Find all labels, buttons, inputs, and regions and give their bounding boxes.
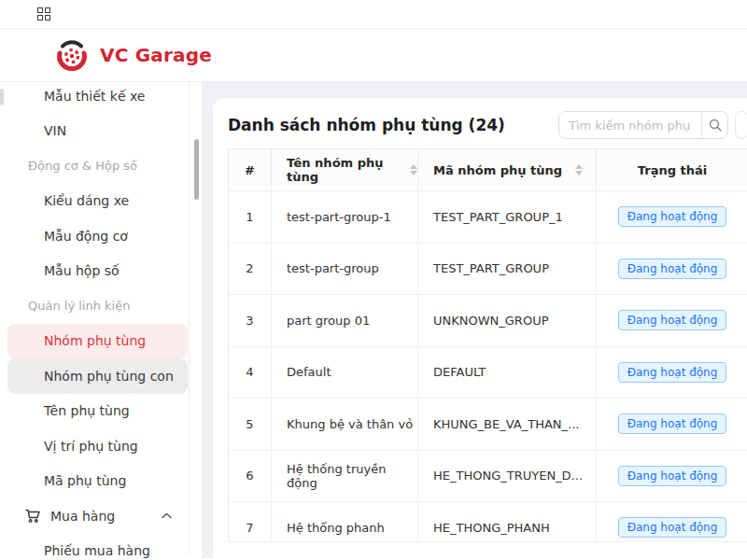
status-badge: Đang hoạt động <box>618 517 727 538</box>
page-title: Danh sách nhóm phụ tùng (24) <box>228 116 505 134</box>
chevron-up-icon <box>162 512 172 519</box>
table-row[interactable]: 4 Default DEFAULT Đang hoạt động <box>229 347 747 399</box>
search-box <box>558 111 728 139</box>
sidebar-scrollbar-thumb[interactable] <box>194 139 199 200</box>
status-badge: Đang hoạt động <box>618 206 727 227</box>
sidebar-group-label: Mua hàng <box>50 509 115 524</box>
search-icon <box>709 119 722 132</box>
sidebar-item-vi-tri-phu-tung[interactable]: Vị trí phụ tùng <box>0 428 189 464</box>
column-header-code[interactable]: Mã nhóm phụ tùng <box>418 149 597 190</box>
sidebar-item-kieu-dang-xe[interactable]: Kiểu dáng xe <box>0 184 189 219</box>
status-badge: Đang hoạt động <box>618 466 727 486</box>
table-row[interactable]: 1 test-part-group-1 TEST_PART_GROUP_1 Đa… <box>229 191 747 244</box>
top-bar <box>0 0 747 29</box>
table-row[interactable]: 6 Hệ thống truyền động HE_THONG_TRUYEN_D… <box>229 451 747 503</box>
sidebar-group-mua-hang[interactable]: Mua hàng <box>0 498 189 534</box>
sidebar-item-nhom-phu-tung-con[interactable]: Nhóm phụ tùng con <box>7 358 188 394</box>
status-badge: Đang hoạt động <box>618 362 727 383</box>
sidebar-item-nhom-phu-tung[interactable]: Nhóm phụ tùng <box>7 324 188 359</box>
column-header-name[interactable]: Tên nhóm phụ tùng <box>272 149 418 190</box>
part-group-table: # Tên nhóm phụ tùng Mã nhóm phụ tùng Trạ… <box>228 148 747 542</box>
sidebar-item-ma-phu-tung[interactable]: Mã phụ tùng <box>0 464 189 499</box>
sidebar-menu: Mẫu thiết kế xe VIN Động cơ & Hộp số Kiể… <box>0 82 190 554</box>
sidebar-item-mau-hop-so[interactable]: Mẫu hộp số <box>0 254 189 289</box>
column-header-index: # <box>229 149 272 190</box>
app-header: VC Garage <box>0 29 747 82</box>
search-button[interactable] <box>701 112 727 138</box>
sidebar: Mẫu thiết kế xe VIN Động cơ & Hộp số Kiể… <box>0 82 202 558</box>
sort-icon[interactable] <box>575 164 583 175</box>
sidebar-item-ten-phu-tung[interactable]: Tên phụ tùng <box>0 394 189 429</box>
status-badge: Đang hoạt động <box>618 310 727 330</box>
sidebar-section-dong-co-hop-so: Động cơ & Hộp số <box>0 148 189 184</box>
brand-logo-icon <box>54 37 90 73</box>
apps-grid-icon[interactable] <box>37 7 50 21</box>
sidebar-item-phieu-mua-hang[interactable]: Phiếu mua hàng <box>0 534 189 559</box>
main-content: Danh sách nhóm phụ tùng (24) <box>202 82 747 558</box>
table-row[interactable]: 5 Khung bệ và thân vỏ KHUNG_BE_VA_THAN_.… <box>229 399 747 451</box>
sidebar-section-quan-ly-linh-kien: Quản lý linh kiện <box>0 288 189 324</box>
table-row[interactable]: 7 Hệ thống phanh HE_THONG_PHANH Đang hoạ… <box>229 502 747 541</box>
sort-icon[interactable] <box>410 164 417 175</box>
part-group-card: Danh sách nhóm phụ tùng (24) <box>213 98 747 558</box>
cutoff-action-button[interactable] <box>735 111 747 139</box>
table-row[interactable]: 3 part group 01 UNKNOWN_GROUP Đang hoạt … <box>229 295 747 347</box>
sidebar-item-vin[interactable]: VIN <box>0 114 189 149</box>
left-edge-scrollbar-thumb[interactable] <box>0 89 4 105</box>
brand-name: VC Garage <box>100 44 212 66</box>
sidebar-item-mau-dong-co[interactable]: Mẫu động cơ <box>0 218 189 254</box>
status-badge: Đang hoạt động <box>618 413 727 434</box>
table-body: 1 test-part-group-1 TEST_PART_GROUP_1 Đa… <box>229 191 747 541</box>
sidebar-item-mau-thiet-ke-xe[interactable]: Mẫu thiết kế xe <box>0 82 189 114</box>
status-badge: Đang hoạt động <box>618 259 727 279</box>
cart-icon <box>25 509 41 524</box>
table-header-row: # Tên nhóm phụ tùng Mã nhóm phụ tùng Trạ… <box>229 149 747 191</box>
column-header-status: Trạng thái <box>597 149 747 190</box>
search-input[interactable] <box>559 112 701 138</box>
table-row[interactable]: 2 test-part-group TEST_PART_GROUP Đang h… <box>229 244 747 296</box>
